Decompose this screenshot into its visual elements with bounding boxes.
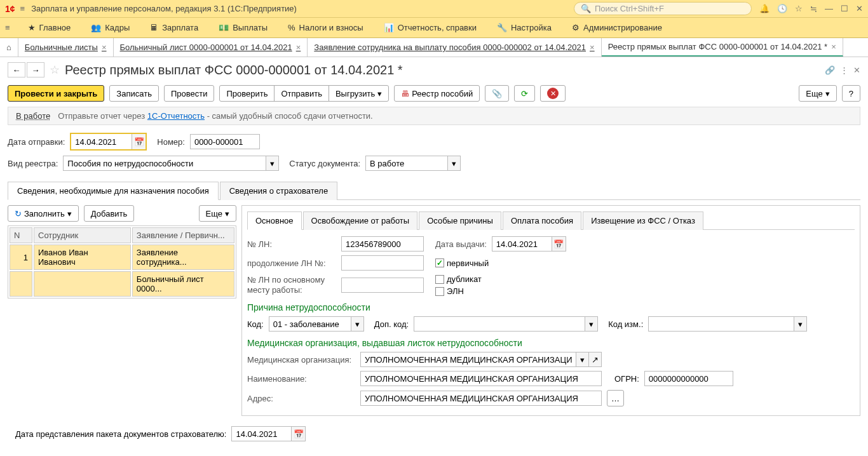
ogrn-input[interactable]: [644, 371, 733, 386]
docs-date-input[interactable]: 📅: [231, 426, 306, 441]
ln-no-input[interactable]: [341, 236, 424, 251]
nav-forward-button[interactable]: →: [27, 62, 44, 77]
write-button[interactable]: Записать: [109, 85, 159, 102]
table-row[interactable]: 1 Иванов Иван Иванович Заявление сотрудн…: [10, 245, 234, 270]
address-dialog-button[interactable]: …: [607, 390, 624, 406]
detail-tab-special[interactable]: Особые причины: [419, 211, 501, 230]
registry-button[interactable]: 🖶 Реестр пособий: [394, 85, 480, 102]
issue-date-input[interactable]: 📅: [492, 236, 566, 251]
calendar-icon[interactable]: 📅: [292, 426, 306, 441]
primary-checkbox[interactable]: первичный: [435, 258, 489, 268]
delete-button[interactable]: ✕: [540, 85, 566, 102]
number-input[interactable]: [190, 134, 260, 149]
close-icon[interactable]: ×: [590, 43, 595, 52]
sub-tab-insurer[interactable]: Сведения о страхователе: [220, 182, 337, 200]
calendar-icon[interactable]: 📅: [552, 236, 566, 251]
calendar-icon[interactable]: 📅: [132, 134, 146, 149]
people-icon: 👥: [91, 23, 101, 32]
change-code-select[interactable]: ▾: [648, 316, 807, 332]
tab-sicklists[interactable]: Больничные листы×: [18, 38, 114, 57]
bell-icon[interactable]: 🔔: [759, 4, 770, 13]
logo-1c: 1¢: [5, 4, 15, 14]
close-icon[interactable]: ×: [102, 43, 107, 52]
refresh-button[interactable]: ⟳: [514, 85, 535, 102]
filter-icon[interactable]: ≒: [810, 4, 817, 13]
chevron-down-icon[interactable]: ▾: [266, 156, 279, 171]
tab-home[interactable]: ⌂: [0, 38, 18, 57]
menu-payments[interactable]: 💵Выплаты: [210, 20, 276, 35]
col-doc[interactable]: Заявление / Первичн...: [132, 227, 234, 243]
continuation-input[interactable]: [341, 255, 424, 271]
maximize-icon[interactable]: ☐: [841, 4, 848, 13]
date-label: Дата отправки:: [8, 137, 65, 147]
detail-tab-main[interactable]: Основное: [247, 211, 302, 230]
post-button[interactable]: Провести: [164, 85, 215, 102]
address-input[interactable]: [360, 391, 602, 406]
main-workplace-label: № ЛН по основному месту работы:: [247, 275, 336, 295]
check-button[interactable]: Проверить: [219, 85, 275, 102]
sub-tab-info[interactable]: Сведения, необходимые для назначения пос…: [8, 182, 219, 200]
send-button[interactable]: Отправить: [274, 85, 329, 102]
detail-tab-payment[interactable]: Оплата пособия: [503, 211, 581, 230]
chevron-down-icon[interactable]: ▾: [576, 352, 589, 367]
history-icon[interactable]: 🕓: [777, 4, 787, 13]
menu-salary[interactable]: 🖩Зарплата: [141, 20, 207, 35]
detail-tab-notice[interactable]: Извещение из ФСС / Отказ: [583, 211, 703, 230]
eln-checkbox[interactable]: ЭЛН: [435, 286, 482, 296]
main-workplace-input[interactable]: [341, 278, 424, 293]
chevron-down-icon: ▾: [225, 209, 229, 218]
tab-application[interactable]: Заявление сотрудника на выплату пособия …: [308, 38, 601, 57]
tab-registry[interactable]: Реестр прямых выплат ФСС 0000-000001 от …: [602, 38, 843, 57]
tab-sicklist-doc[interactable]: Больничный лист 0000-000001 от 14.04.202…: [114, 38, 308, 57]
chevron-down-icon[interactable]: ▾: [794, 316, 807, 332]
menu-settings[interactable]: 🔧Настройка: [488, 20, 560, 35]
export-button[interactable]: Выгрузить ▾: [329, 85, 389, 102]
panel-close-icon[interactable]: ✕: [853, 65, 860, 75]
kebab-icon[interactable]: ⋮: [840, 65, 848, 75]
detail-tab-release[interactable]: Освобождение от работы: [303, 211, 418, 230]
menu-burger-icon[interactable]: ≡: [5, 23, 10, 32]
attach-button[interactable]: 📎: [485, 85, 509, 102]
med-org-select[interactable]: ▾ ↗: [360, 352, 602, 367]
col-n[interactable]: N: [10, 227, 32, 243]
post-close-button[interactable]: Провести и закрыть: [8, 85, 104, 102]
reporting-link[interactable]: 1С-Отчетность: [147, 111, 205, 121]
menu-taxes[interactable]: %Налоги и взносы: [279, 20, 372, 35]
close-icon[interactable]: ✕: [856, 4, 863, 13]
fill-button[interactable]: ↻ Заполнить ▾: [8, 205, 79, 222]
star-icon[interactable]: ☆: [795, 4, 803, 13]
doc-status-select[interactable]: ▾: [365, 156, 461, 171]
duplicate-checkbox[interactable]: дубликат: [435, 274, 482, 284]
left-more-button[interactable]: Еще ▾: [199, 205, 236, 222]
date-input[interactable]: 📅: [70, 133, 147, 151]
menu-reports[interactable]: 📊Отчетность, справки: [375, 20, 485, 35]
add-code-select[interactable]: ▾: [414, 316, 598, 332]
registry-type-select[interactable]: ▾: [63, 156, 279, 171]
app-title: Зарплата и управление персоналом, редакц…: [31, 4, 297, 13]
favorite-star-icon[interactable]: ☆: [50, 63, 60, 77]
table-row[interactable]: Больничный лист 0000...: [10, 271, 234, 297]
state-link[interactable]: В работе: [16, 111, 50, 121]
name-input[interactable]: [360, 371, 602, 386]
close-icon[interactable]: ×: [831, 42, 836, 51]
chevron-down-icon[interactable]: ▾: [351, 316, 364, 332]
burger-icon[interactable]: ≡: [20, 4, 25, 13]
link-icon[interactable]: 🔗: [825, 65, 835, 75]
open-icon[interactable]: ↗: [589, 352, 602, 367]
menu-personnel[interactable]: 👥Кадры: [82, 20, 139, 35]
code-select[interactable]: ▾: [269, 316, 364, 332]
help-button[interactable]: ?: [842, 85, 860, 102]
employees-table: N Сотрудник Заявление / Первичн... 1 Ива…: [8, 225, 236, 298]
minimize-icon[interactable]: —: [825, 4, 833, 13]
add-button[interactable]: Добавить: [84, 205, 134, 222]
search-box[interactable]: 🔍 Поиск Ctrl+Shift+F: [574, 2, 752, 15]
col-employee[interactable]: Сотрудник: [34, 227, 131, 243]
close-icon[interactable]: ×: [296, 43, 301, 52]
menu-admin[interactable]: ⚙Администрирование: [563, 20, 671, 35]
chevron-down-icon[interactable]: ▾: [448, 156, 461, 171]
more-button[interactable]: Еще ▾: [799, 85, 836, 102]
menu-main[interactable]: ★Главное: [19, 20, 80, 35]
nav-back-button[interactable]: ←: [8, 62, 25, 77]
chevron-down-icon[interactable]: ▾: [585, 316, 598, 332]
ogrn-label: ОГРН:: [614, 374, 639, 384]
